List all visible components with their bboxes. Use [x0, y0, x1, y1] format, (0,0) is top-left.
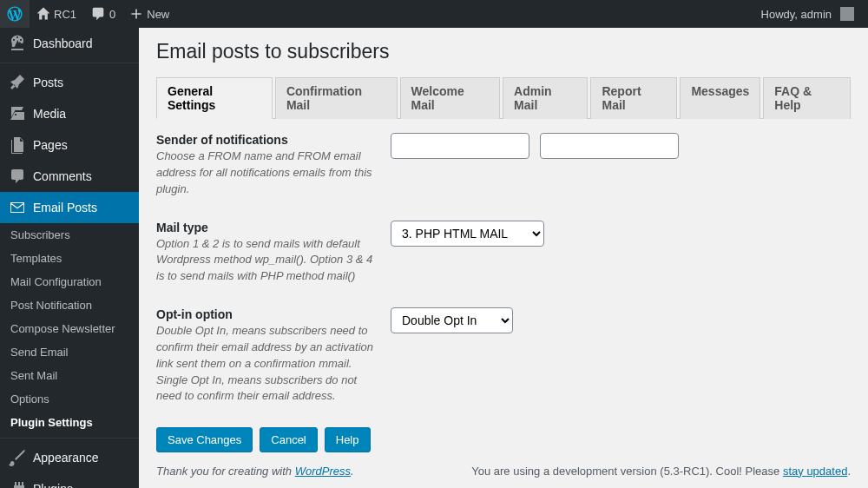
page-icon	[9, 136, 26, 154]
home-icon	[36, 7, 50, 21]
submenu-templates[interactable]: Templates	[0, 247, 139, 270]
sidebar-item-label: Dashboard	[33, 36, 93, 50]
submenu-compose-newsletter[interactable]: Compose Newsletter	[0, 317, 139, 340]
submenu-subscribers[interactable]: Subscribers	[0, 223, 139, 247]
mailtype-desc: Option 1 & 2 is to send mails with defau…	[156, 237, 372, 283]
sidebar-item-plugins[interactable]: Plugins	[0, 473, 139, 488]
dashboard-icon	[9, 35, 26, 52]
sidebar-item-posts[interactable]: Posts	[0, 67, 139, 98]
menu-separator	[0, 59, 139, 63]
help-button[interactable]: Help	[325, 427, 371, 452]
footer-left: Thank you for creating with WordPress.	[156, 465, 354, 478]
submenu-mail-configuration[interactable]: Mail Configuration	[0, 270, 139, 293]
optin-select[interactable]: Double Opt In	[391, 307, 513, 333]
brush-icon	[9, 449, 26, 466]
wordpress-icon	[7, 6, 23, 22]
sidebar-item-email-posts[interactable]: Email Posts	[0, 192, 139, 223]
mail-icon	[9, 199, 26, 216]
comments-count: 0	[109, 8, 115, 21]
footer-stay-updated-link[interactable]: stay updated	[783, 465, 847, 478]
from-name-input[interactable]	[391, 133, 529, 159]
cancel-button[interactable]: Cancel	[260, 427, 317, 452]
submenu-plugin-settings[interactable]: Plugin Settings	[0, 411, 139, 434]
content-area: Email posts to subscribers General Setti…	[139, 28, 868, 488]
optin-label: Opt-in option	[156, 307, 373, 321]
page-title: Email posts to subscribers	[156, 40, 851, 63]
media-icon	[9, 105, 26, 122]
field-col	[391, 133, 851, 198]
footer-left-post: .	[351, 465, 354, 478]
sidebar-item-comments[interactable]: Comments	[0, 161, 139, 192]
sender-label: Sender of notifications	[156, 133, 373, 147]
site-name-text: RC1	[54, 8, 76, 21]
new-content[interactable]: New	[122, 0, 176, 28]
save-button[interactable]: Save Changes	[156, 427, 253, 452]
footer-right: You are using a development version (5.3…	[471, 465, 851, 478]
row-mailtype: Mail type Option 1 & 2 is to send mails …	[156, 221, 851, 286]
menu-separator	[0, 434, 139, 439]
comments-bubble[interactable]: 0	[83, 0, 122, 28]
row-sender: Sender of notifications Choose a FROM na…	[156, 133, 851, 198]
admin-footer: Thank you for creating with WordPress. Y…	[139, 453, 868, 488]
admin-sidebar: Dashboard Posts Media Pages Comments Ema…	[0, 28, 139, 488]
howdy-text: Howdy, admin	[761, 8, 832, 21]
sidebar-item-label: Comments	[33, 169, 92, 183]
sidebar-item-label: Email Posts	[33, 201, 97, 214]
plus-icon	[129, 7, 143, 21]
field-col: Double Opt In	[391, 307, 851, 405]
footer-right-pre: You are using a development version (5.3…	[471, 465, 783, 478]
new-label: New	[147, 8, 169, 21]
comment-icon	[9, 168, 26, 185]
label-col: Mail type Option 1 & 2 is to send mails …	[156, 221, 391, 286]
tab-report-mail[interactable]: Report Mail	[590, 77, 677, 119]
sidebar-item-label: Plugins	[33, 482, 73, 488]
sidebar-item-label: Pages	[33, 138, 68, 152]
field-col: 3. PHP HTML MAIL	[391, 221, 851, 286]
avatar	[840, 7, 854, 21]
button-row: Save Changes Cancel Help	[156, 427, 851, 452]
tabs: General Settings Confirmation Mail Welco…	[156, 77, 851, 119]
comment-icon	[90, 6, 106, 22]
sidebar-item-appearance[interactable]: Appearance	[0, 442, 139, 473]
optin-desc: Double Opt In, means subscribers need to…	[156, 324, 373, 402]
from-email-input[interactable]	[540, 133, 679, 159]
adminbar-right: Howdy, admin	[754, 0, 861, 28]
label-col: Sender of notifications Choose a FROM na…	[156, 133, 391, 198]
tab-general-settings[interactable]: General Settings	[156, 77, 273, 119]
sidebar-item-media[interactable]: Media	[0, 98, 139, 129]
footer-wordpress-link[interactable]: WordPress	[295, 465, 351, 478]
wp-logo[interactable]	[0, 0, 30, 28]
pin-icon	[9, 74, 26, 91]
footer-left-pre: Thank you for creating with	[156, 465, 295, 478]
sidebar-item-pages[interactable]: Pages	[0, 129, 139, 161]
footer-right-post: .	[847, 465, 851, 478]
sidebar-item-label: Appearance	[33, 451, 99, 465]
label-col: Opt-in option Double Opt In, means subsc…	[156, 307, 391, 405]
row-optin: Opt-in option Double Opt In, means subsc…	[156, 307, 851, 405]
sidebar-item-label: Media	[33, 107, 66, 121]
submenu-options[interactable]: Options	[0, 387, 139, 411]
site-name[interactable]: RC1	[30, 0, 83, 28]
submenu-sent-mail[interactable]: Sent Mail	[0, 364, 139, 387]
tab-faq-help[interactable]: FAQ & Help	[763, 77, 851, 119]
mailtype-select[interactable]: 3. PHP HTML MAIL	[391, 221, 544, 247]
sender-desc: Choose a FROM name and FROM email addres…	[156, 149, 372, 195]
tab-welcome-mail[interactable]: Welcome Mail	[400, 77, 501, 119]
tab-confirmation-mail[interactable]: Confirmation Mail	[275, 77, 398, 119]
sidebar-item-dashboard[interactable]: Dashboard	[0, 28, 139, 59]
tab-admin-mail[interactable]: Admin Mail	[503, 77, 588, 119]
my-account[interactable]: Howdy, admin	[754, 0, 861, 28]
submenu-send-email[interactable]: Send Email	[0, 340, 139, 364]
adminbar-left: RC1 0 New	[0, 0, 176, 28]
sidebar-item-label: Posts	[33, 76, 63, 89]
submenu-post-notification[interactable]: Post Notification	[0, 293, 139, 317]
plug-icon	[9, 480, 26, 488]
adminbar: RC1 0 New Howdy, admin	[0, 0, 868, 28]
tab-messages[interactable]: Messages	[680, 77, 760, 119]
mailtype-label: Mail type	[156, 221, 373, 234]
